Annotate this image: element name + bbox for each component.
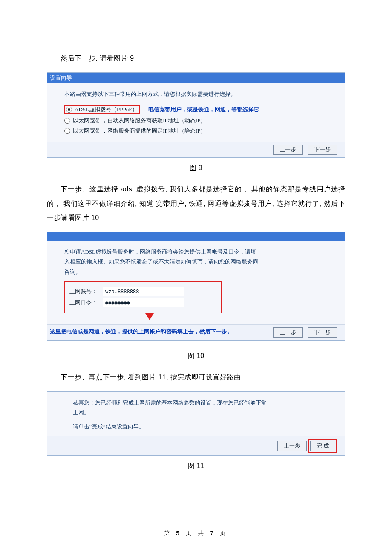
radio-label: 以太网宽带 ，自动从网络服务商获取IP地址（动态IP） <box>73 117 206 124</box>
password-row: 上网口令： ●●●●●●●● <box>69 298 214 307</box>
wizard-titlebar <box>47 232 345 241</box>
callout-text: 这里把电信或是网通，铁通，提供的上网帐户和密码填上去，然后下一步。 <box>47 327 233 336</box>
wizard-instruction: 您申请ADSL虚拟拨号服务时，网络服务商将会给您提供上网帐号及口令，请填入相应的… <box>64 247 260 277</box>
paragraph-before-fig11: 下一步、再点下一步, 看到图片 11, 按完成即可设置好路由. <box>47 370 345 384</box>
radio-label: 以太网宽带 ，网络服务商提供的固定IP地址（静态IP） <box>73 127 206 135</box>
caption-fig9: 图 9 <box>47 164 345 173</box>
next-button[interactable]: 下一步 <box>308 145 337 155</box>
wizard-instruction: 本路由器支持以下三种常用的上网方式，请您根据实际需要进行选择。 <box>64 89 260 99</box>
wizard-line1: 恭喜您！您已经顺利完成上网所需的基本网络参数的设置，现在您已经能够正常上网。 <box>73 398 269 418</box>
caption-fig10: 图 10 <box>47 352 345 361</box>
password-input[interactable]: ●●●●●●●● <box>103 298 184 307</box>
wizard-line2: 请单击“完成”结束设置向导。 <box>73 422 269 431</box>
credentials-highlight-box: 上网账号： wza.8888888 上网口令： ●●●●●●●● <box>64 281 222 313</box>
finish-button[interactable]: 完 成 <box>310 441 335 451</box>
paragraph-intro-9: 然后下一步, 请看图片 9 <box>47 51 345 66</box>
annotation-dash-icon: — <box>141 106 147 113</box>
radio-option-pppoe[interactable]: ADSL虚拟拨号（PPPoE） — 电信宽带用户，或是铁通，网通，等都选择它 <box>64 105 335 114</box>
radio-option-static[interactable]: 以太网宽带 ，网络服务商提供的固定IP地址（静态IP） <box>64 127 335 135</box>
account-input[interactable]: wza.8888888 <box>103 287 184 296</box>
wizard-titlebar: 设置向导 <box>47 73 345 83</box>
caption-fig11: 图 11 <box>47 462 345 471</box>
radio-label: ADSL虚拟拨号（PPPoE） <box>75 106 138 113</box>
finish-highlight-box: 完 成 <box>308 439 337 453</box>
next-button[interactable]: 下一步 <box>308 327 337 338</box>
prev-button[interactable]: 上一步 <box>277 441 307 451</box>
paragraph-before-fig10: 下一步、这里选择 adsl 虚拟拨号, 我们大多都是选择它的， 其他的静态那是专… <box>47 182 345 225</box>
figure-10-wizard: 您申请ADSL虚拟拨号服务时，网络服务商将会给您提供上网帐号及口令，请填入相应的… <box>47 232 345 341</box>
prev-button[interactable]: 上一步 <box>273 327 303 338</box>
radio-icon <box>64 118 70 124</box>
figure-11-wizard: 恭喜您！您已经顺利完成上网所需的基本网络参数的设置，现在您已经能够正常上网。 请… <box>47 391 345 456</box>
account-label: 上网账号： <box>69 288 103 295</box>
annotation-text: 电信宽带用户，或是铁通，网通，等都选择它 <box>148 106 259 113</box>
callout-arrow-icon <box>145 313 154 320</box>
radio-icon <box>64 128 70 134</box>
wizard-button-bar: 上一步 下一步 <box>47 142 345 157</box>
account-row: 上网账号： wza.8888888 <box>69 287 214 296</box>
radio-option-dynamic[interactable]: 以太网宽带 ，自动从网络服务商获取IP地址（动态IP） <box>64 117 335 124</box>
radio-icon <box>66 107 72 113</box>
highlight-box: ADSL虚拟拨号（PPPoE） <box>64 105 140 114</box>
password-label: 上网口令： <box>69 299 103 306</box>
prev-button[interactable]: 上一步 <box>273 145 303 155</box>
figure-9-wizard: 设置向导 本路由器支持以下三种常用的上网方式，请您根据实际需要进行选择。 ADS… <box>47 72 345 158</box>
page-footer: 第 5 页 共 7 页 <box>0 529 392 537</box>
wizard-button-bar: 这里把电信或是网通，铁通，提供的上网帐户和密码填上去，然后下一步。 上一步 下一… <box>47 324 345 340</box>
wizard-button-bar: 上一步 完 成 <box>47 436 345 455</box>
